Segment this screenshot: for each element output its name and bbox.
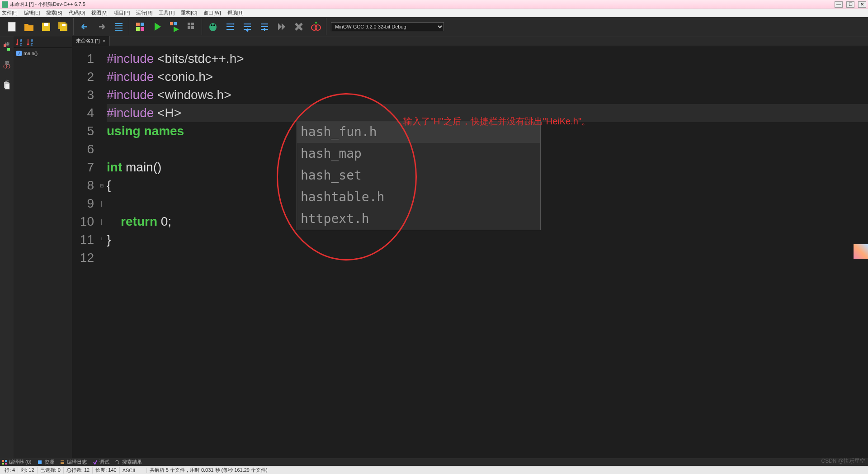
rebuild-button[interactable] [184, 19, 200, 35]
editor-area: 未命名1 [*] × 1 2 3 4 5 6 7 8 9 10 11 12 [72, 36, 868, 458]
watermark: CSDN @快乐星空 [821, 457, 865, 465]
menu-refactor[interactable]: 重构[C] [181, 9, 197, 16]
bottom-tab-log[interactable]: 编译日志 [60, 459, 87, 465]
titlebar: 未命名1 [*] - 小熊猫Dev-C++ 6.7.5 — ☐ ✕ [0, 0, 868, 9]
window-controls: — ☐ ✕ [835, 1, 866, 8]
status-total: 总行数: 12 [64, 467, 93, 474]
watch-button[interactable] [308, 19, 324, 35]
bottom-tabs: 编译器 (0) 资源 编译日志 调试 搜索结果 [0, 458, 868, 466]
compiler-select[interactable]: MinGW GCC 9.2.0 32-bit Debug [331, 22, 444, 31]
svg-rect-9 [141, 27, 144, 31]
svg-rect-31 [2, 460, 4, 462]
menu-window[interactable]: 窗口[W] [203, 9, 221, 16]
svg-rect-5 [62, 24, 66, 26]
bottom-tab-search[interactable]: 搜索结果 [115, 459, 142, 465]
save-button[interactable] [38, 19, 54, 35]
autocomplete-item[interactable]: hash_set [297, 165, 540, 186]
tree-item-label: main() [24, 51, 38, 56]
undo-button[interactable] [76, 19, 93, 35]
sort-desc-icon[interactable]: az [15, 38, 24, 47]
svg-rect-15 [191, 26, 194, 29]
svg-rect-10 [170, 22, 173, 25]
menu-tools[interactable]: 工具[T] [159, 9, 175, 16]
redo-button[interactable] [94, 19, 110, 35]
tab-close-button[interactable]: × [103, 38, 106, 44]
menu-edit[interactable]: 编辑[E] [24, 9, 40, 16]
debug-button[interactable] [205, 19, 221, 35]
svg-rect-35 [38, 460, 42, 464]
files-icon[interactable] [3, 81, 11, 90]
svg-rect-0 [8, 22, 15, 31]
status-len: 长度: 140 [93, 467, 119, 474]
autocomplete-item[interactable]: hash_fun.h [297, 121, 540, 143]
toolbar: MinGW GCC 9.2.0 32-bit Debug [0, 17, 868, 36]
structure-tree: f main() [14, 48, 72, 59]
svg-rect-13 [191, 23, 194, 25]
menubar: 文件[F] 编辑[E] 搜索[S] 代码[O] 视图[V] 项目[P] 运行[R… [0, 9, 868, 17]
svg-rect-32 [5, 460, 7, 462]
status-sel: 已选择: 0 [38, 467, 64, 474]
open-button[interactable] [21, 19, 37, 35]
code-content[interactable]: #include <bits/stdc++.h> #include <conio… [105, 46, 868, 458]
tab-bar: 未命名1 [*] × [72, 36, 868, 46]
menu-run[interactable]: 运行[R] [136, 9, 152, 16]
svg-point-20 [315, 25, 321, 30]
step-over-button[interactable] [222, 19, 238, 35]
menu-view[interactable]: 视图[V] [91, 9, 107, 16]
left-sidebar: 结构 监视 文件 [0, 36, 14, 458]
line-gutter: 1 2 3 4 5 6 7 8 9 10 11 12 [72, 46, 99, 458]
main-area: 结构 监视 文件 az az f main() 未命名1 [*] × 1 [0, 36, 868, 458]
autocomplete-popup[interactable]: hash_fun.h hash_map hash_set hashtable.h… [297, 121, 541, 230]
compile-run-button[interactable] [166, 19, 183, 35]
svg-text:z: z [19, 42, 22, 47]
bottom-tab-resources[interactable]: 资源 [37, 459, 54, 465]
svg-rect-22 [7, 48, 10, 51]
function-icon: f [16, 51, 22, 56]
step-out-button[interactable] [256, 19, 273, 35]
svg-rect-2 [44, 23, 48, 26]
maximize-button[interactable]: ☐ [846, 1, 854, 8]
run-button[interactable] [149, 19, 165, 35]
svg-rect-6 [136, 23, 140, 26]
indent-button[interactable] [111, 19, 127, 35]
sort-asc-icon[interactable]: az [26, 38, 35, 47]
status-col: 列: 12 [18, 467, 37, 474]
bottom-tab-compiler[interactable]: 编译器 (0) [2, 459, 32, 465]
status-parse: 共解析 5 个文件，用时 0.031 秒 (每秒 161.29 个文件) [147, 467, 866, 474]
tree-item-main[interactable]: f main() [15, 50, 70, 57]
glasses-icon[interactable] [3, 62, 11, 71]
tab-file[interactable]: 未命名1 [*] × [72, 36, 110, 46]
window-title: 未命名1 [*] - 小熊猫Dev-C++ 6.7.5 [10, 1, 835, 8]
autocomplete-item[interactable]: httpext.h [297, 208, 540, 230]
save-all-button[interactable] [55, 19, 71, 35]
stop-button[interactable] [291, 19, 307, 35]
menu-file[interactable]: 文件[F] [2, 9, 18, 16]
menu-search[interactable]: 搜索[S] [46, 9, 62, 16]
pin-icon[interactable] [3, 43, 11, 52]
decorative-thumbnail [854, 244, 868, 259]
autocomplete-item[interactable]: hashtable.h [297, 186, 540, 208]
fold-column: ⊟││└ [99, 46, 105, 458]
bottom-tab-debug[interactable]: 调试 [92, 459, 109, 465]
minimize-button[interactable]: — [835, 1, 843, 8]
svg-rect-34 [5, 463, 7, 465]
structure-toolbar: az az [14, 36, 72, 48]
step-into-button[interactable] [239, 19, 255, 35]
autocomplete-item[interactable]: hash_map [297, 143, 540, 165]
svg-point-16 [209, 23, 217, 31]
structure-panel: az az f main() [14, 36, 72, 458]
compile-button[interactable] [132, 19, 148, 35]
status-row: 行: 4 [2, 467, 18, 474]
menu-help[interactable]: 帮助[H] [227, 9, 244, 16]
svg-point-24 [6, 65, 10, 68]
svg-point-18 [213, 24, 215, 26]
new-file-button[interactable] [4, 19, 20, 35]
close-button[interactable]: ✕ [858, 1, 866, 8]
continue-button[interactable] [274, 19, 290, 35]
status-enc: ASCII [120, 468, 147, 473]
svg-rect-12 [188, 23, 190, 25]
svg-rect-11 [174, 22, 177, 25]
menu-code[interactable]: 代码[O] [69, 9, 85, 16]
code-editor[interactable]: 1 2 3 4 5 6 7 8 9 10 11 12 ⊟││└ #include… [72, 46, 868, 458]
menu-project[interactable]: 项目[P] [114, 9, 130, 16]
